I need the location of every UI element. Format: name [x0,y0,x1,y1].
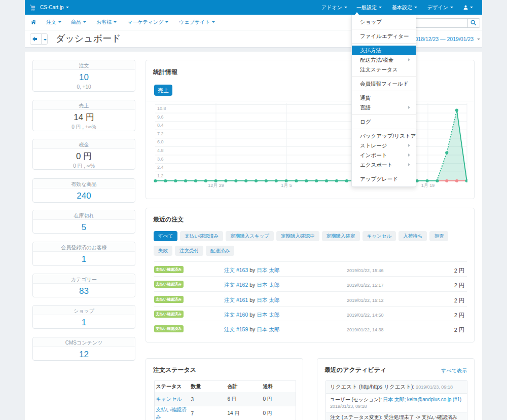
svg-text:9.6: 9.6 [157,114,164,120]
svg-text:10.8: 10.8 [157,106,166,111]
svg-text:3.6: 3.6 [157,157,164,162]
svg-text:12月 29: 12月 29 [208,183,224,188]
svg-text:6.0: 6.0 [157,139,164,144]
svg-text:1月 19: 1月 19 [421,183,435,188]
svg-text:7.2: 7.2 [157,131,164,136]
svg-text:4.8: 4.8 [157,148,164,153]
svg-text:8.4: 8.4 [157,123,164,128]
svg-text:1.2: 1.2 [157,173,164,178]
svg-text:2.4: 2.4 [157,165,164,170]
svg-text:1月 5: 1月 5 [281,183,292,188]
